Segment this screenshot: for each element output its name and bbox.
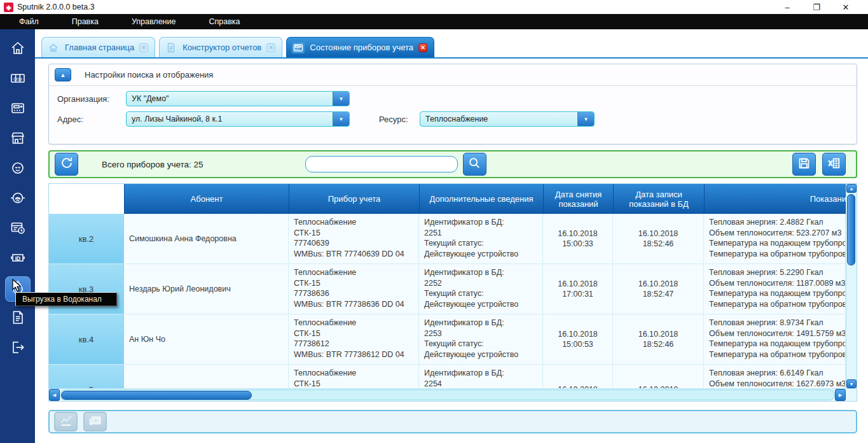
vertical-scroll-thumb[interactable] xyxy=(847,194,855,265)
header-db-date[interactable]: Дата записи показаний в БД xyxy=(613,184,704,214)
id-badge-icon: ID xyxy=(10,250,26,269)
details-cell[interactable]: Идентификатор в БД: 2251 Текущий статус:… xyxy=(419,214,543,264)
sidebar-item-meter-device[interactable] xyxy=(5,97,31,122)
subscriber-cell[interactable]: Симошкина Анна Федоровна xyxy=(124,214,289,264)
tab-label: Состояние приборов учета xyxy=(310,43,413,52)
header-meter[interactable]: Прибор учета xyxy=(289,184,419,214)
building-icon xyxy=(10,130,26,149)
exit-icon xyxy=(10,339,26,358)
menu-manage[interactable]: Управление xyxy=(132,17,176,26)
scroll-right-icon[interactable]: ▶ xyxy=(835,389,846,401)
minimize-button[interactable]: – xyxy=(773,3,802,12)
archive-window-button[interactable] xyxy=(83,412,107,432)
table-row[interactable]: кв.3 Нездарь Юрий Леонидович Теплоснабже… xyxy=(49,264,846,314)
sidebar-item-report[interactable] xyxy=(5,306,31,332)
export-excel-button[interactable] xyxy=(822,153,846,176)
meter-line: WMBus: BTR 77740639 DD 04 xyxy=(294,249,418,260)
chevron-down-icon[interactable]: ▼ xyxy=(333,92,349,106)
read-date-cell[interactable]: 16.10.2018 17:00:31 xyxy=(543,264,613,314)
tab-close-icon[interactable]: ✕ xyxy=(266,43,275,52)
subscriber-cell[interactable]: Ан Юн Чо xyxy=(124,314,289,364)
table-row[interactable]: кв.4 Ан Юн Чо Теплоснабжение СТК-15 7773… xyxy=(49,314,846,365)
chart-button[interactable] xyxy=(54,412,78,432)
sidebar-item-home[interactable] xyxy=(5,37,31,62)
table-body: кв.2 Симошкина Анна Федоровна Теплоснабж… xyxy=(49,214,846,388)
address-dropdown[interactable]: ул. Лизы Чайкиной, 8 к.1 ▼ xyxy=(126,111,350,127)
save-button[interactable] xyxy=(792,153,816,176)
chevron-down-icon[interactable]: ▼ xyxy=(333,112,349,126)
organization-dropdown[interactable]: УК "Демо" ▼ xyxy=(126,91,350,106)
vertical-scrollbar[interactable]: ▲ ▼ xyxy=(846,184,857,388)
tooltip: Выгрузка в Водоканал xyxy=(15,292,117,306)
sidebar-item-counter[interactable]: 009 xyxy=(5,67,31,92)
search-button[interactable] xyxy=(463,153,486,176)
menu-help[interactable]: Справка xyxy=(209,17,240,26)
sidebar-item-id[interactable]: ID xyxy=(5,246,31,272)
tab-close-icon[interactable]: ✕ xyxy=(418,43,427,52)
maximize-button[interactable]: ❐ xyxy=(802,3,831,12)
refresh-button[interactable] xyxy=(55,153,78,176)
search-input[interactable] xyxy=(305,156,458,172)
document-icon xyxy=(10,309,26,328)
collapse-panel-button[interactable]: ▲ xyxy=(55,68,71,81)
meter-cell[interactable]: Теплоснабжение СТК-15 77738636 WMBus: BT… xyxy=(289,264,419,314)
header-details[interactable]: Дополнительные сведения xyxy=(419,184,543,214)
header-readings[interactable]: Показания xyxy=(704,184,846,214)
header-apartment xyxy=(49,184,124,214)
db-date-cell[interactable]: 16.10.2018 xyxy=(613,365,704,388)
tab-report-builder[interactable]: Конструктор отчетов ✕ xyxy=(159,37,282,57)
resource-dropdown[interactable]: Теплоснабжение ▼ xyxy=(420,111,595,127)
readings-cell[interactable]: Тепловая энергия: 6.6149 Гкал Объем тепл… xyxy=(704,365,846,388)
details-line: Текущий статус: xyxy=(424,288,542,299)
close-button[interactable]: ✕ xyxy=(831,3,860,12)
readings-cell[interactable]: Тепловая энергия: 8.9734 Гкал Объем тепл… xyxy=(704,314,846,364)
apartment-cell[interactable]: кв.3 xyxy=(49,264,124,314)
chevron-up-icon: ▲ xyxy=(60,72,66,78)
readings-cell[interactable]: Тепловая энергия: 5.2290 Гкал Объем тепл… xyxy=(704,264,846,314)
apartment-cell[interactable]: кв.5 xyxy=(49,365,124,388)
meter-cell[interactable]: Теплоснабжение СТК-15 77740639 WMBus: BT… xyxy=(289,214,419,264)
horizontal-scrollbar[interactable]: ◀ ▶ xyxy=(49,388,857,401)
excel-icon xyxy=(827,157,841,172)
db-date-cell[interactable]: 16.10.2018 18:52:47 xyxy=(613,264,704,314)
scroll-left-icon[interactable]: ◀ xyxy=(49,389,60,401)
sidebar-item-person[interactable] xyxy=(5,157,31,182)
header-subscriber[interactable]: Абонент xyxy=(124,184,289,214)
read-date-cell[interactable]: 16.10.2018 xyxy=(543,365,613,388)
document-icon xyxy=(165,42,177,53)
horizontal-scroll-thumb[interactable] xyxy=(61,391,252,400)
menu-edit[interactable]: Правка xyxy=(72,17,99,26)
subscriber-cell[interactable]: Нездарь Юрий Леонидович xyxy=(124,264,289,314)
readings-cell[interactable]: Тепловая энергия: 2.4882 Гкал Объем тепл… xyxy=(704,214,846,264)
table-row[interactable]: кв.5 Теплоснабжение СТК-15 Идентификатор… xyxy=(49,365,846,388)
details-cell[interactable]: Идентификатор в БД: 2252 Текущий статус:… xyxy=(419,264,543,314)
header-read-date[interactable]: Дата снятия показаний xyxy=(543,184,613,214)
tab-close-icon[interactable]: ✕ xyxy=(139,43,148,52)
db-date-cell[interactable]: 16.10.2018 18:52:46 xyxy=(613,214,704,264)
total-meters-label: Всего приборов учета: 25 xyxy=(102,160,203,169)
scroll-up-icon[interactable]: ▲ xyxy=(846,184,857,193)
menu-file[interactable]: Файл xyxy=(19,17,39,26)
subscriber-cell[interactable] xyxy=(124,365,289,388)
chart-icon xyxy=(59,414,73,430)
sidebar-item-exit[interactable] xyxy=(5,336,31,362)
details-cell[interactable]: Идентификатор в БД: 2254 xyxy=(419,365,543,388)
tab-home-page[interactable]: Главная страница ✕ xyxy=(41,37,155,57)
chevron-down-icon[interactable]: ▼ xyxy=(577,112,594,126)
details-cell[interactable]: Идентификатор в БД: 2253 Текущий статус:… xyxy=(419,314,543,364)
meter-cell[interactable]: Теплоснабжение СТК-15 77738612 WMBus: BT… xyxy=(289,314,419,364)
gauge-icon xyxy=(10,190,26,209)
sidebar-item-gauge[interactable] xyxy=(5,186,31,212)
apartment-cell[interactable]: кв.4 xyxy=(49,314,124,364)
table-row[interactable]: кв.2 Симошкина Анна Федоровна Теплоснабж… xyxy=(49,214,846,264)
sidebar-item-schedule[interactable] xyxy=(5,216,31,242)
apartment-cell[interactable]: кв.2 xyxy=(49,214,124,264)
read-date-cell[interactable]: 16.10.2018 15:00:33 xyxy=(543,214,613,264)
read-date-cell[interactable]: 16.10.2018 15:00:53 xyxy=(543,314,613,364)
meter-cell[interactable]: Теплоснабжение СТК-15 xyxy=(289,365,419,388)
sidebar-item-building[interactable] xyxy=(5,127,31,152)
tab-meter-status[interactable]: Состояние приборов учета ✕ xyxy=(286,37,434,57)
home-icon xyxy=(10,40,26,59)
scroll-down-icon[interactable]: ▼ xyxy=(846,379,857,388)
db-date-cell[interactable]: 16.10.2018 18:52:46 xyxy=(613,314,704,364)
